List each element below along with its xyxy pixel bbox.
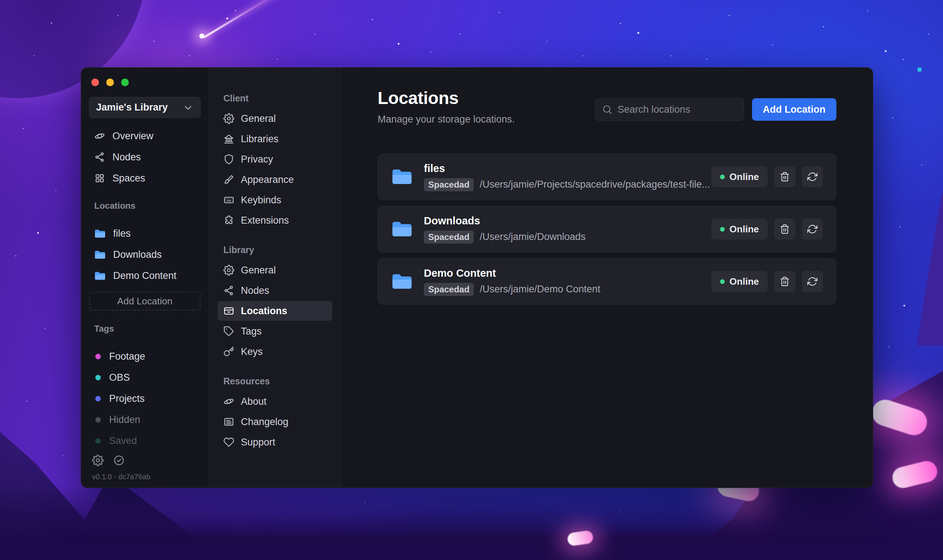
sidebar-item-spaces[interactable]: Spaces <box>88 169 201 188</box>
refresh-icon <box>807 276 818 286</box>
settings-nav: Client General Libraries Privacy <box>208 68 341 488</box>
settings-nav-item-tags[interactable]: Tags <box>217 322 332 341</box>
status-label: Online <box>729 224 759 235</box>
sidebar-item-label: Overview <box>112 131 154 142</box>
sidebar-item-nodes[interactable]: Nodes <box>88 148 201 166</box>
folder-icon <box>94 229 106 238</box>
search-input[interactable] <box>618 104 747 115</box>
page-title: Locations <box>378 88 515 108</box>
settings-nav-item-library-general[interactable]: General <box>217 260 332 280</box>
settings-nav-item-library-nodes[interactable]: Nodes <box>217 281 332 300</box>
sidebar-location-demo-content[interactable]: Demo Content <box>88 266 201 285</box>
settings-nav-item-keys[interactable]: Keys <box>217 342 332 362</box>
location-card-files[interactable]: files Spacedad /Users/jamie/Projects/spa… <box>378 154 837 200</box>
settings-nav-item-client-general[interactable]: General <box>217 109 332 128</box>
tag-label: Footage <box>109 351 145 362</box>
delete-location-button[interactable] <box>774 166 795 187</box>
delete-location-button[interactable] <box>774 218 795 240</box>
tag-label: Hidden <box>109 414 140 425</box>
wallpaper-spike-right <box>908 189 943 345</box>
location-path: /Users/jamie/Downloads <box>479 231 586 243</box>
sidebar-tag-projects[interactable]: Projects <box>88 389 201 408</box>
sidebar-location-label: Demo Content <box>113 270 176 282</box>
page-subtitle: Manage your storage locations. <box>378 114 515 125</box>
glow-crystal-1 <box>869 396 931 438</box>
gear-icon <box>223 113 234 124</box>
rescan-location-button[interactable] <box>802 271 823 292</box>
settings-nav-label: Tags <box>241 326 262 337</box>
status-badge: Online <box>711 271 767 292</box>
node-badge: Spacedad <box>424 231 474 244</box>
settings-nav-item-locations[interactable]: Locations <box>217 301 332 321</box>
settings-nav-item-support[interactable]: Support <box>217 432 332 452</box>
status-badge: Online <box>711 218 767 240</box>
settings-nav-label: General <box>241 113 276 125</box>
rescan-location-button[interactable] <box>802 166 823 187</box>
sidebar-locations-list: files Downloads Demo Content <box>81 224 208 285</box>
sidebar-tag-footage[interactable]: Footage <box>88 347 201 366</box>
sidebar-location-files[interactable]: files <box>88 224 201 243</box>
settings-nav-item-about[interactable]: About <box>217 392 332 411</box>
location-info: Demo Content Spacedad /Users/jamie/Demo … <box>424 267 600 296</box>
sidebar-tag-hidden[interactable]: Hidden <box>88 410 201 429</box>
rescan-location-button[interactable] <box>802 218 823 240</box>
wallpaper-ground <box>0 484 943 560</box>
share-nodes-icon <box>223 285 234 296</box>
sidebar-tag-saved[interactable]: Saved <box>88 431 201 450</box>
locations-list: files Spacedad /Users/jamie/Projects/spa… <box>378 154 837 305</box>
grid-icon <box>94 173 105 184</box>
library-selector-label: Jamie's Library <box>96 102 168 113</box>
settings-nav-item-libraries[interactable]: Libraries <box>217 129 332 149</box>
tag-color-dot <box>95 438 101 444</box>
add-location-button[interactable]: Add Location <box>752 98 837 121</box>
settings-nav-item-keybinds[interactable]: Keybinds <box>217 190 332 210</box>
folder-icon <box>94 250 106 260</box>
sidebar-locations-header: Locations <box>94 201 196 211</box>
trash-icon <box>780 172 790 182</box>
settings-nav-item-changelog[interactable]: Changelog <box>217 412 332 432</box>
folder-icon <box>391 168 413 186</box>
location-name: Demo Content <box>424 267 600 279</box>
tag-icon <box>223 326 234 337</box>
sidebar-tags-list: Footage OBS Projects Hidden Saved <box>81 347 208 450</box>
zoom-window-button[interactable] <box>121 78 129 86</box>
location-name: files <box>424 163 710 175</box>
tag-color-dot <box>95 375 101 380</box>
sidebar-nav: Overview Nodes Spaces <box>81 126 208 188</box>
wallpaper-stars-bright <box>0 0 2 2</box>
tag-label: Projects <box>109 393 145 405</box>
folder-icon <box>94 271 106 281</box>
node-badge: Spacedad <box>424 178 474 191</box>
settings-nav-item-privacy[interactable]: Privacy <box>217 149 332 169</box>
minimize-window-button[interactable] <box>106 78 114 86</box>
sidebar-tags-header: Tags <box>94 324 196 334</box>
settings-nav-item-extensions[interactable]: Extensions <box>217 211 332 230</box>
status-label: Online <box>729 171 759 183</box>
check-circle-icon[interactable] <box>113 455 125 466</box>
tag-label: Saved <box>109 435 137 446</box>
settings-nav-item-appearance[interactable]: Appearance <box>217 170 332 189</box>
app-version: v0.1.0 - dc7a76ab <box>92 473 197 481</box>
location-card-demo-content[interactable]: Demo Content Spacedad /Users/jamie/Demo … <box>378 258 837 305</box>
sidebar-location-downloads[interactable]: Downloads <box>88 245 201 264</box>
location-actions: Online <box>711 218 823 240</box>
tag-label: OBS <box>109 372 130 383</box>
settings-gear-icon[interactable] <box>92 455 104 466</box>
location-name: Downloads <box>424 215 586 227</box>
delete-location-button[interactable] <box>774 271 795 292</box>
shooting-star <box>203 0 310 38</box>
sidebar-item-overview[interactable]: Overview <box>88 126 201 145</box>
page-heading: Locations Manage your storage locations. <box>378 88 515 125</box>
sidebar-add-location-button[interactable]: Add Location <box>89 292 200 311</box>
settings-nav-label: General <box>241 265 276 276</box>
heart-icon <box>223 437 234 448</box>
gear-icon <box>223 265 234 275</box>
close-window-button[interactable] <box>91 78 99 86</box>
settings-section-title: Client <box>223 93 326 104</box>
settings-nav-label: Libraries <box>241 134 279 145</box>
chevron-down-icon <box>183 102 194 113</box>
location-actions: Online <box>711 271 823 292</box>
location-card-downloads[interactable]: Downloads Spacedad /Users/jamie/Download… <box>378 206 837 252</box>
sidebar-tag-obs[interactable]: OBS <box>88 368 201 387</box>
library-selector[interactable]: Jamie's Library <box>89 97 200 118</box>
